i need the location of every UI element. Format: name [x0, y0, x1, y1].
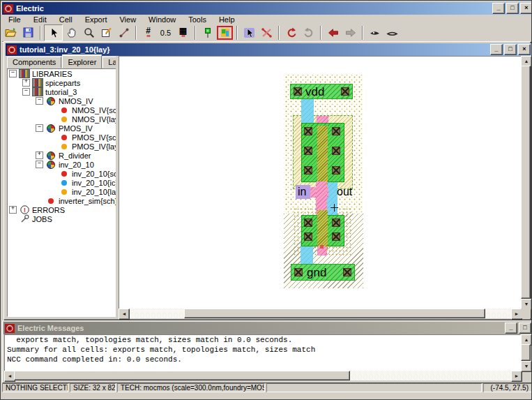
messages-vscrollbar[interactable]: ▲ ▼ [521, 334, 531, 371]
export-pin-button[interactable] [199, 25, 216, 40]
menu-tools[interactable]: Tools [182, 15, 213, 24]
close-button[interactable]: × [520, 3, 532, 14]
layout-canvas[interactable]: vdd in out gnd [119, 56, 522, 309]
vscroll-thumb[interactable] [521, 66, 531, 299]
nmos-contact[interactable] [332, 232, 340, 241]
nmos-contact[interactable] [304, 218, 312, 227]
tree-expand-icon[interactable]: + [9, 206, 17, 214]
tab-components[interactable]: Components [7, 57, 61, 68]
edit-minimize-button[interactable]: _ [490, 44, 503, 55]
expand-cells-button[interactable] [366, 25, 383, 40]
hscroll-thumb[interactable] [14, 371, 350, 380]
export-highlight-button[interactable] [216, 25, 234, 40]
edit-cell-button[interactable] [98, 25, 115, 40]
special-select-button[interactable] [241, 25, 258, 40]
tree-item-inverter-sim-sch[interactable]: inverter_sim{sch} [8, 196, 116, 205]
select-arrow-button[interactable] [44, 24, 63, 41]
tree-expand-icon[interactable]: + [22, 79, 30, 87]
forward-button[interactable] [342, 25, 359, 40]
tree-collapse-icon[interactable]: − [9, 70, 17, 77]
vscroll-thumb[interactable] [521, 344, 531, 361]
pmos-contact[interactable] [332, 166, 340, 175]
messages-titlebar[interactable]: Electric Messages _ □ [3, 322, 532, 334]
in-label[interactable]: in [298, 186, 306, 198]
tree-item-pmos-iv[interactable]: −PMOS_IV [8, 124, 116, 133]
vdd-metal-stripe[interactable] [301, 98, 314, 124]
tree-collapse-icon[interactable]: − [36, 124, 43, 132]
save-library-button[interactable] [20, 25, 37, 40]
pmos-contact[interactable] [304, 127, 312, 135]
redo-button[interactable] [300, 25, 317, 40]
menu-window[interactable]: Window [142, 15, 182, 24]
tree-collapse-icon[interactable]: − [22, 88, 30, 96]
zoom-button[interactable] [80, 25, 98, 40]
toolbar-separator [195, 26, 196, 40]
tree-item-r-divider[interactable]: +R_divider [8, 151, 116, 160]
canvas-hscrollbar[interactable]: ◄ ► [119, 309, 521, 318]
grid-toggle-button[interactable]: #››› [139, 25, 157, 40]
vdd-label[interactable]: vdd [305, 86, 324, 98]
edit-maximize-button[interactable]: □ [504, 44, 517, 55]
tree-item-inv-20-10-lay[interactable]: inv_20_10{lay} [8, 187, 116, 196]
edit-close-button[interactable]: × [518, 44, 531, 55]
pmos-contact[interactable] [304, 166, 312, 175]
open-library-button[interactable] [2, 25, 20, 40]
wiring-tool-button[interactable] [115, 25, 132, 40]
tab-explorer[interactable]: Explorer [62, 55, 102, 68]
scroll-left-button[interactable]: ◄ [119, 309, 130, 320]
tree-item-nmos-iv-sch[interactable]: NMOS_IV{sch} [8, 105, 116, 114]
messages-maximize-button[interactable]: □ [519, 323, 531, 334]
menu-file[interactable]: File [2, 15, 27, 24]
tree-expand-icon[interactable]: + [36, 151, 43, 159]
tree-item-errors[interactable]: +!ERRORS [8, 205, 116, 214]
pmos-contact[interactable] [304, 147, 312, 155]
preferences-tools-button[interactable] [258, 25, 275, 40]
scroll-right-button[interactable]: ► [511, 371, 522, 382]
pmos-gate-poly[interactable] [317, 126, 328, 186]
tree-item-tutorial-3[interactable]: −tutorial_3 [8, 87, 116, 96]
grid-spacing-label[interactable]: 0.5 [157, 25, 174, 40]
messages-hscrollbar[interactable]: ◄ ► [4, 371, 521, 380]
tree-item-inv-20-10[interactable]: −inv_20_10 [8, 160, 116, 169]
tree-item-libraries[interactable]: −LIBRARIES [8, 69, 116, 78]
canvas-vscrollbar[interactable]: ▲ ▼ [521, 56, 531, 309]
maximize-button[interactable]: □ [506, 3, 519, 14]
rail-contact[interactable] [343, 268, 351, 276]
rail-contact[interactable] [341, 87, 349, 96]
pmos-contact[interactable] [332, 127, 340, 135]
collapse-cells-button[interactable] [383, 25, 401, 40]
edit-window-titlebar[interactable]: tutorial_3:inv_20_10{lay} _ □ × [6, 43, 532, 56]
tree-item-spiceparts[interactable]: +spiceparts [8, 78, 116, 87]
scroll-down-button[interactable]: ▼ [521, 361, 532, 372]
menu-help[interactable]: Help [213, 15, 241, 24]
messages-minimize-button[interactable]: _ [505, 323, 517, 334]
back-button[interactable] [324, 25, 342, 40]
gnd-label[interactable]: gnd [307, 267, 326, 279]
menu-cell[interactable]: Cell [53, 15, 79, 24]
main-titlebar[interactable]: Electric _ □ × [2, 2, 532, 15]
undo-button[interactable] [282, 25, 300, 40]
tree-item-nmos-iv-lay[interactable]: NMOS_IV{lay} [8, 114, 116, 124]
tree-item-inv-20-10-sch[interactable]: inv_20_10{sch} [8, 169, 116, 178]
minimize-button[interactable]: _ [492, 3, 505, 14]
pmos-contact[interactable] [332, 147, 340, 155]
alignment-button[interactable]: ▦‹‹‹ [174, 25, 192, 40]
messages-text-area[interactable]: exports match, topologies match, sizes m… [4, 334, 521, 372]
nmos-contact[interactable] [304, 232, 312, 241]
tree-item-pmos-iv-sch[interactable]: PMOS_IV{sch} [8, 133, 116, 142]
rail-contact[interactable] [294, 87, 302, 96]
menu-export[interactable]: Export [79, 15, 114, 24]
tree-item-pmos-iv-lay[interactable]: PMOS_IV{lay} [8, 142, 116, 151]
rail-contact[interactable] [294, 268, 303, 276]
tree-item-nmos-iv[interactable]: −NMOS_IV [8, 96, 116, 105]
tree-item-jobs[interactable]: JOBS [8, 214, 116, 223]
tree-item-inv-20-10-ic[interactable]: inv_20_10{ic} [8, 178, 116, 187]
out-label[interactable]: out [337, 186, 352, 198]
tree-collapse-icon[interactable]: − [36, 161, 43, 168]
hscroll-thumb[interactable] [184, 309, 485, 318]
menu-view[interactable]: View [113, 15, 142, 24]
menu-edit[interactable]: Edit [27, 15, 53, 24]
tree-collapse-icon[interactable]: − [36, 97, 43, 105]
nmos-contact[interactable] [332, 218, 340, 227]
pan-hand-button[interactable] [63, 25, 80, 40]
